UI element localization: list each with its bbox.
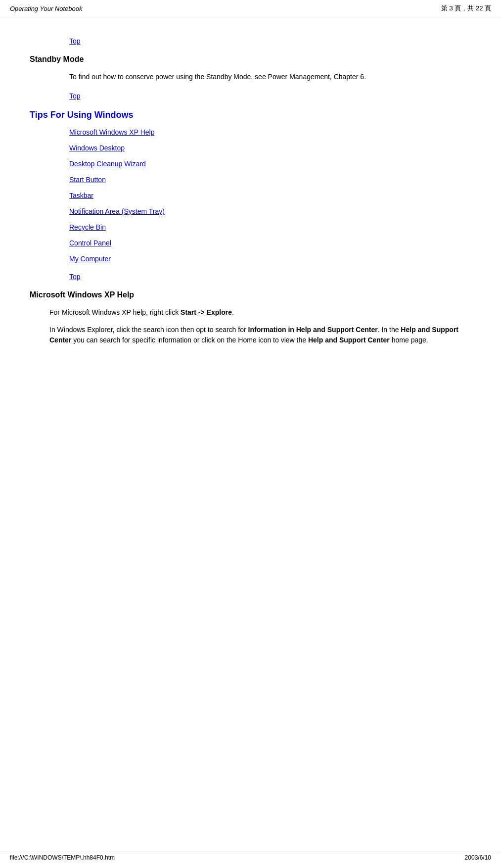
link-notification-area[interactable]: Notification Area (System Tray) (69, 207, 471, 215)
ms-help-para1-post: . (232, 308, 234, 316)
ms-help-heading: Microsoft Windows XP Help (30, 290, 471, 299)
link-control-panel[interactable]: Control Panel (69, 239, 471, 247)
tips-heading: Tips For Using Windows (30, 110, 471, 120)
standby-heading: Standby Mode (30, 55, 471, 64)
footer-filepath: file:///C:\WINDOWS\TEMP\.hh84F0.htm (10, 854, 115, 861)
ms-help-para1-pre: For Microsoft Windows XP help, right cli… (49, 308, 181, 316)
ms-help-para2-mid: . In the (378, 326, 401, 334)
ms-help-para2-bold1: Information in Help and Support Center (248, 326, 378, 334)
standby-text: To find out how to conserve power using … (69, 72, 471, 82)
ms-help-section: Microsoft Windows XP Help For Microsoft … (30, 290, 471, 345)
link-recycle-bin[interactable]: Recycle Bin (69, 223, 471, 231)
link-desktop-cleanup[interactable]: Desktop Cleanup Wizard (69, 160, 471, 168)
ms-help-para2-pre: In Windows Explorer, click the search ic… (49, 326, 248, 334)
page-footer: file:///C:\WINDOWS\TEMP\.hh84F0.htm 2003… (0, 852, 501, 863)
ms-help-para2-cont: you can search for specific information … (71, 336, 308, 344)
ms-help-para2: In Windows Explorer, click the search ic… (49, 325, 471, 345)
top-link-2[interactable]: Top (69, 92, 471, 100)
document-title: Operating Your Notebook (10, 5, 82, 12)
footer-date: 2003/6/10 (465, 854, 491, 861)
link-start-button[interactable]: Start Button (69, 176, 471, 184)
page-header: Operating Your Notebook 第 3 頁，共 22 頁 (0, 0, 501, 17)
ms-help-para1: For Microsoft Windows XP help, right cli… (49, 307, 471, 318)
ms-help-para2-end: home page. (390, 336, 428, 344)
content-area: Top Standby Mode To find out how to cons… (0, 17, 501, 362)
link-my-computer[interactable]: My Computer (69, 255, 471, 263)
tips-section: Tips For Using Windows Microsoft Windows… (30, 110, 471, 281)
ms-help-para2-bold3: Help and Support Center (308, 336, 390, 344)
link-ms-xp-help[interactable]: Microsoft Windows XP Help (69, 128, 471, 136)
top-link-1[interactable]: Top (69, 37, 471, 45)
page-number: 第 3 頁，共 22 頁 (441, 4, 491, 13)
standby-section: Standby Mode To find out how to conserve… (30, 55, 471, 100)
link-windows-desktop[interactable]: Windows Desktop (69, 144, 471, 152)
top-link-3[interactable]: Top (69, 273, 471, 281)
link-taskbar[interactable]: Taskbar (69, 192, 471, 199)
ms-help-para1-bold: Start -> Explore (181, 308, 232, 316)
